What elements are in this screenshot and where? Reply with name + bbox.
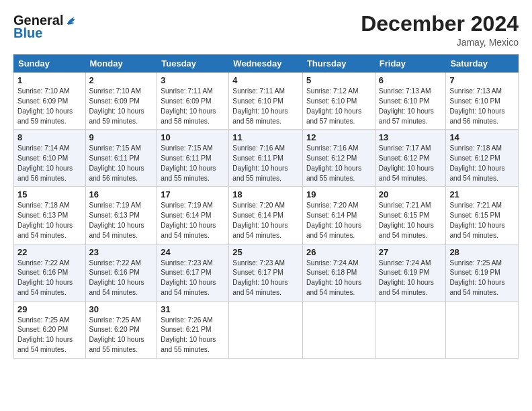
- calendar-cell: 7 Sunrise: 7:13 AMSunset: 6:10 PMDayligh…: [446, 73, 519, 130]
- day-info: Sunrise: 7:10 AMSunset: 6:09 PMDaylight:…: [89, 87, 144, 124]
- day-number: 6: [379, 75, 443, 85]
- day-info: Sunrise: 7:11 AMSunset: 6:10 PMDaylight:…: [232, 87, 287, 124]
- calendar-cell: 30 Sunrise: 7:25 AMSunset: 6:20 PMDaylig…: [85, 301, 157, 358]
- day-number: 26: [306, 247, 371, 257]
- day-number: 18: [232, 189, 299, 199]
- calendar-cell: [375, 301, 446, 358]
- day-number: 27: [379, 247, 443, 257]
- calendar-cell: 6 Sunrise: 7:13 AMSunset: 6:10 PMDayligh…: [375, 73, 446, 130]
- calendar-cell: 12 Sunrise: 7:16 AMSunset: 6:12 PMDaylig…: [302, 130, 375, 187]
- day-info: Sunrise: 7:16 AMSunset: 6:12 PMDaylight:…: [306, 144, 361, 181]
- calendar-cell: 5 Sunrise: 7:12 AMSunset: 6:10 PMDayligh…: [302, 73, 375, 130]
- day-info: Sunrise: 7:22 AMSunset: 6:16 PMDaylight:…: [89, 259, 144, 296]
- day-number: 31: [161, 304, 225, 314]
- day-info: Sunrise: 7:25 AMSunset: 6:20 PMDaylight:…: [89, 316, 144, 353]
- calendar-cell: 4 Sunrise: 7:11 AMSunset: 6:10 PMDayligh…: [229, 73, 303, 130]
- calendar-cell: 14 Sunrise: 7:18 AMSunset: 6:12 PMDaylig…: [446, 130, 519, 187]
- calendar-cell: [302, 301, 375, 358]
- calendar-cell: 1 Sunrise: 7:10 AMSunset: 6:09 PMDayligh…: [14, 73, 86, 130]
- calendar-cell: 28 Sunrise: 7:25 AMSunset: 6:19 PMDaylig…: [446, 244, 519, 301]
- day-number: 30: [89, 304, 154, 314]
- day-info: Sunrise: 7:18 AMSunset: 6:13 PMDaylight:…: [17, 201, 73, 238]
- calendar-cell: [229, 301, 303, 358]
- calendar-cell: 27 Sunrise: 7:24 AMSunset: 6:19 PMDaylig…: [375, 244, 446, 301]
- logo-bird-icon: [64, 13, 79, 28]
- calendar-cell: [446, 301, 519, 358]
- day-number: 3: [161, 75, 225, 85]
- day-number: 13: [379, 132, 443, 142]
- day-number: 24: [161, 247, 225, 257]
- calendar-cell: 20 Sunrise: 7:21 AMSunset: 6:15 PMDaylig…: [375, 187, 446, 244]
- day-number: 23: [89, 247, 154, 257]
- day-number: 16: [89, 189, 154, 199]
- title-block: December 2024 Jamay, Mexico: [361, 12, 519, 48]
- calendar-row: 15 Sunrise: 7:18 AMSunset: 6:13 PMDaylig…: [14, 187, 519, 244]
- day-number: 19: [306, 189, 371, 199]
- day-info: Sunrise: 7:14 AMSunset: 6:10 PMDaylight:…: [17, 144, 73, 181]
- calendar-cell: 9 Sunrise: 7:15 AMSunset: 6:11 PMDayligh…: [85, 130, 157, 187]
- calendar-cell: 2 Sunrise: 7:10 AMSunset: 6:09 PMDayligh…: [85, 73, 157, 130]
- col-tuesday: Tuesday: [157, 55, 229, 73]
- day-number: 21: [449, 189, 515, 199]
- day-number: 15: [17, 189, 82, 199]
- day-number: 8: [17, 132, 82, 142]
- day-number: 22: [17, 247, 82, 257]
- day-number: 4: [232, 75, 299, 85]
- calendar-cell: 21 Sunrise: 7:21 AMSunset: 6:15 PMDaylig…: [446, 187, 519, 244]
- calendar-cell: 22 Sunrise: 7:22 AMSunset: 6:16 PMDaylig…: [14, 244, 86, 301]
- day-number: 29: [17, 304, 82, 314]
- day-number: 14: [449, 132, 515, 142]
- calendar-cell: 3 Sunrise: 7:11 AMSunset: 6:09 PMDayligh…: [157, 73, 229, 130]
- calendar-cell: 17 Sunrise: 7:19 AMSunset: 6:14 PMDaylig…: [157, 187, 229, 244]
- calendar-cell: 11 Sunrise: 7:16 AMSunset: 6:11 PMDaylig…: [229, 130, 303, 187]
- calendar-row: 29 Sunrise: 7:25 AMSunset: 6:20 PMDaylig…: [14, 301, 519, 358]
- day-info: Sunrise: 7:19 AMSunset: 6:13 PMDaylight:…: [89, 201, 144, 238]
- calendar-cell: 16 Sunrise: 7:19 AMSunset: 6:13 PMDaylig…: [85, 187, 157, 244]
- day-info: Sunrise: 7:24 AMSunset: 6:19 PMDaylight:…: [379, 259, 434, 296]
- header: General Blue December 2024 Jamay, Mexico: [13, 12, 519, 48]
- day-info: Sunrise: 7:21 AMSunset: 6:15 PMDaylight:…: [379, 201, 434, 238]
- day-info: Sunrise: 7:26 AMSunset: 6:21 PMDaylight:…: [161, 316, 216, 353]
- calendar-row: 22 Sunrise: 7:22 AMSunset: 6:16 PMDaylig…: [14, 244, 519, 301]
- day-info: Sunrise: 7:18 AMSunset: 6:12 PMDaylight:…: [449, 144, 504, 181]
- calendar-row: 1 Sunrise: 7:10 AMSunset: 6:09 PMDayligh…: [14, 73, 519, 130]
- day-info: Sunrise: 7:19 AMSunset: 6:14 PMDaylight:…: [161, 201, 216, 238]
- calendar-cell: 31 Sunrise: 7:26 AMSunset: 6:21 PMDaylig…: [157, 301, 229, 358]
- calendar-cell: 10 Sunrise: 7:15 AMSunset: 6:11 PMDaylig…: [157, 130, 229, 187]
- day-info: Sunrise: 7:12 AMSunset: 6:10 PMDaylight:…: [306, 87, 361, 124]
- day-number: 10: [161, 132, 225, 142]
- calendar-cell: 23 Sunrise: 7:22 AMSunset: 6:16 PMDaylig…: [85, 244, 157, 301]
- day-info: Sunrise: 7:23 AMSunset: 6:17 PMDaylight:…: [232, 259, 287, 296]
- day-info: Sunrise: 7:25 AMSunset: 6:19 PMDaylight:…: [449, 259, 504, 296]
- day-number: 11: [232, 132, 299, 142]
- day-info: Sunrise: 7:13 AMSunset: 6:10 PMDaylight:…: [449, 87, 504, 124]
- location: Jamay, Mexico: [361, 37, 519, 48]
- day-number: 2: [89, 75, 154, 85]
- day-number: 9: [89, 132, 154, 142]
- calendar-cell: 19 Sunrise: 7:20 AMSunset: 6:14 PMDaylig…: [302, 187, 375, 244]
- month-title: December 2024: [361, 12, 519, 36]
- day-number: 20: [379, 189, 443, 199]
- col-saturday: Saturday: [446, 55, 519, 73]
- calendar-cell: 13 Sunrise: 7:17 AMSunset: 6:12 PMDaylig…: [375, 130, 446, 187]
- day-info: Sunrise: 7:20 AMSunset: 6:14 PMDaylight:…: [232, 201, 287, 238]
- col-sunday: Sunday: [14, 55, 86, 73]
- col-wednesday: Wednesday: [229, 55, 303, 73]
- calendar-cell: 25 Sunrise: 7:23 AMSunset: 6:17 PMDaylig…: [229, 244, 303, 301]
- calendar-cell: 15 Sunrise: 7:18 AMSunset: 6:13 PMDaylig…: [14, 187, 86, 244]
- calendar-cell: 8 Sunrise: 7:14 AMSunset: 6:10 PMDayligh…: [14, 130, 86, 187]
- day-info: Sunrise: 7:23 AMSunset: 6:17 PMDaylight:…: [161, 259, 216, 296]
- day-info: Sunrise: 7:11 AMSunset: 6:09 PMDaylight:…: [161, 87, 216, 124]
- day-info: Sunrise: 7:16 AMSunset: 6:11 PMDaylight:…: [232, 144, 287, 181]
- day-number: 17: [161, 189, 225, 199]
- calendar-cell: 18 Sunrise: 7:20 AMSunset: 6:14 PMDaylig…: [229, 187, 303, 244]
- day-number: 25: [232, 247, 299, 257]
- day-info: Sunrise: 7:15 AMSunset: 6:11 PMDaylight:…: [161, 144, 216, 181]
- day-number: 12: [306, 132, 371, 142]
- calendar: Sunday Monday Tuesday Wednesday Thursday…: [13, 54, 519, 359]
- col-thursday: Thursday: [302, 55, 375, 73]
- calendar-header-row: Sunday Monday Tuesday Wednesday Thursday…: [14, 55, 519, 73]
- col-monday: Monday: [85, 55, 157, 73]
- page: General Blue December 2024 Jamay, Mexico…: [0, 0, 532, 411]
- day-info: Sunrise: 7:25 AMSunset: 6:20 PMDaylight:…: [17, 316, 73, 353]
